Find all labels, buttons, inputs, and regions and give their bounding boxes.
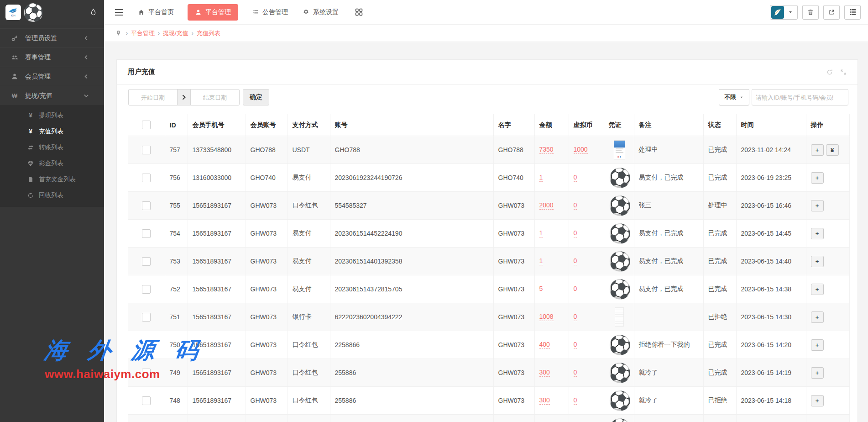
expand-row-button[interactable]: + [811, 200, 824, 211]
breadcrumb-link[interactable]: 充值列表 [197, 30, 220, 37]
account-dropdown-button[interactable] [770, 5, 798, 20]
hamburger-icon[interactable] [115, 9, 123, 16]
grid-icon[interactable] [355, 8, 363, 16]
sidebar-subitem-recharge-list[interactable]: ¥充值列表 [0, 123, 104, 139]
sidebar-item-member-manage[interactable]: 会员管理 [0, 67, 104, 86]
voucher-receipt[interactable] [615, 307, 624, 327]
virtual-coin-link[interactable]: 0 [574, 229, 577, 237]
sidebar-subitem-bonus-list[interactable]: 彩金列表 [0, 155, 104, 171]
virtual-coin-link[interactable]: 0 [574, 396, 577, 405]
row-checkbox[interactable] [142, 285, 151, 294]
sidebar-subitem-label: 回收列表 [39, 191, 63, 200]
end-date-input[interactable] [190, 89, 240, 106]
cell-pay-type: 口令红包 [288, 415, 330, 422]
amount-adjust-button[interactable]: ¥ [826, 144, 839, 156]
nav-item-system-settings[interactable]: 系统设置 [302, 4, 340, 21]
voucher-soccer-ball[interactable]: ⚽ [609, 419, 632, 422]
start-date-input[interactable] [128, 89, 178, 106]
confirm-button[interactable]: 确定 [243, 89, 269, 106]
nav-item-platform-manage[interactable]: 平台管理 [188, 4, 238, 21]
row-checkbox[interactable] [142, 341, 151, 349]
virtual-coin-link[interactable]: 0 [574, 313, 577, 321]
search-input[interactable] [752, 89, 848, 106]
row-checkbox[interactable] [142, 146, 151, 154]
voucher-soccer-ball[interactable]: ⚽ [609, 364, 632, 382]
voucher-soccer-ball[interactable]: ⚽ [609, 280, 632, 298]
virtual-coin-link[interactable]: 0 [574, 257, 577, 265]
voucher-soccer-ball[interactable]: ⚽ [609, 169, 632, 187]
breadcrumb-link[interactable]: 提现/充值 [163, 30, 188, 37]
expand-icon[interactable] [840, 69, 847, 75]
amount-link[interactable]: 1008 [539, 313, 554, 321]
cell-pay-account: 2023061514372815705 [330, 275, 493, 303]
cell-virtual-coin: 0 [569, 164, 604, 192]
voucher-soccer-ball[interactable]: ⚽ [609, 196, 632, 215]
expand-row-button[interactable]: + [811, 228, 824, 239]
scope-dropdown-button[interactable]: 不限 [719, 89, 749, 106]
voucher-soccer-ball[interactable]: ⚽ [609, 336, 632, 354]
cell-pay-account: 2023061514452224190 [330, 220, 493, 248]
sidebar-item-withdraw-recharge[interactable]: ₩提现/充值 [0, 86, 104, 105]
cell-time: 2023-06-15 14:30 [736, 303, 806, 331]
expand-row-button[interactable]: + [811, 284, 824, 295]
amount-link[interactable]: 400 [539, 341, 550, 349]
amount-link[interactable]: 1 [539, 257, 543, 265]
voucher-soccer-ball[interactable]: ⚽ [609, 224, 632, 243]
amount-link[interactable]: 7350 [539, 146, 554, 154]
sidebar-subitem-recycle-list[interactable]: 回收列表 [0, 187, 104, 203]
cell-name: GHO740 [493, 164, 534, 192]
amount-link[interactable]: 1 [539, 229, 543, 237]
virtual-coin-link[interactable]: 0 [574, 341, 577, 349]
nav-item-announcement-manage[interactable]: 公告管理 [251, 4, 289, 21]
cell-time: 2023-06-15 14:20 [736, 331, 806, 359]
expand-row-button[interactable]: + [811, 256, 824, 267]
expand-row-button[interactable]: + [811, 395, 824, 406]
virtual-coin-link[interactable]: 0 [574, 369, 577, 377]
virtual-coin-link[interactable]: 0 [574, 174, 577, 182]
expand-row-button[interactable]: + [811, 339, 824, 351]
virtual-coin-link[interactable]: 0 [574, 285, 577, 293]
sidebar-subitem-transfer-list[interactable]: 转账列表 [0, 139, 104, 155]
expand-row-button[interactable]: + [811, 311, 824, 323]
expand-row-button[interactable]: + [811, 367, 824, 379]
voucher-soccer-ball[interactable]: ⚽ [609, 391, 632, 410]
sidebar-item-admin-settings[interactable]: 管理员设置 [0, 28, 104, 47]
voucher-soccer-ball[interactable]: ⚽ [609, 252, 632, 270]
sidebar-item-match-manage[interactable]: 赛事管理 [0, 47, 104, 67]
refresh-icon[interactable] [826, 69, 833, 75]
select-all-checkbox[interactable] [142, 121, 151, 129]
layout-list-button[interactable] [844, 5, 861, 20]
amount-link[interactable]: 5 [539, 285, 543, 293]
row-checkbox[interactable] [142, 174, 151, 182]
amount-link[interactable]: 300 [539, 396, 550, 405]
row-checkbox[interactable] [142, 396, 151, 405]
table-header-7: 金额 [534, 114, 569, 136]
cell-name: GHW073 [493, 387, 534, 415]
nav-item-platform-home[interactable]: 平台首页 [137, 4, 175, 21]
voucher-screenshot[interactable] [614, 140, 625, 159]
virtual-coin-link[interactable]: 1000 [574, 146, 588, 154]
row-checkbox-cell [128, 164, 165, 192]
list-icon [849, 9, 856, 15]
panel-body: 确定 不限 ID会员手机 [117, 84, 858, 422]
row-checkbox[interactable] [142, 257, 151, 266]
date-range-separator-button[interactable] [177, 89, 191, 106]
sidebar-subitem-label: 彩金列表 [39, 159, 63, 168]
row-checkbox[interactable] [142, 201, 151, 210]
expand-row-button[interactable]: + [811, 172, 824, 184]
amount-link[interactable]: 1 [539, 174, 543, 182]
trash-button[interactable] [802, 5, 819, 20]
cell-id: 753 [165, 248, 188, 275]
table-row: 756 13160033000 GHO740 易支付 2023061923244… [128, 164, 849, 192]
sidebar-subitem-first-recharge-bonus-list[interactable]: 首充奖金列表 [0, 171, 104, 187]
amount-link[interactable]: 300 [539, 369, 550, 377]
amount-link[interactable]: 2000 [539, 201, 554, 210]
row-checkbox[interactable] [142, 229, 151, 238]
virtual-coin-link[interactable]: 0 [574, 201, 577, 210]
sidebar-subitem-withdraw-list[interactable]: ¥提现列表 [0, 107, 104, 123]
open-external-button[interactable] [823, 5, 840, 20]
row-checkbox[interactable] [142, 313, 151, 322]
row-checkbox[interactable] [142, 369, 151, 377]
expand-row-button[interactable]: + [811, 144, 824, 156]
breadcrumb-link[interactable]: 平台管理 [131, 30, 155, 37]
